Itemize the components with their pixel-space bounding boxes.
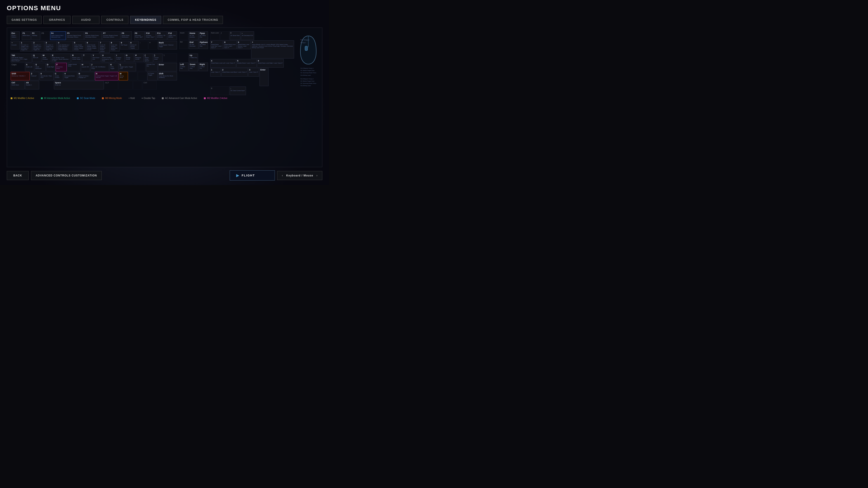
key-k[interactable]: K VTOL Toggle — [110, 63, 119, 71]
key-home[interactable]: Home AC Def Increase — [189, 31, 198, 40]
key-f12[interactable]: F12 Toggle Chat Window — [167, 31, 177, 40]
key-comma[interactable] — [128, 72, 137, 80]
key-m[interactable]: M Mining Mode — [119, 72, 128, 80]
key-s[interactable]: S Strafe Backward — [35, 63, 46, 71]
key-lbracket[interactable]: ( Reject Invite / Ignore* — [144, 54, 153, 62]
key-f2[interactable]: F2 StarMap — [31, 31, 40, 40]
key-semicolon[interactable] — [136, 63, 145, 71]
key-f10[interactable]: F10 Increase Power / Max** — [145, 31, 156, 40]
key-minus[interactable]: - — [139, 41, 148, 50]
key-r[interactable]: R Reticle Lock / Unlock Target — [71, 54, 82, 62]
advanced-controls-button[interactable]: ADVANCED CONTROLS CUSTOMIZATION — [31, 171, 102, 180]
key-a[interactable]: A Strafe Left — [25, 63, 34, 71]
key-tab[interactable]: Tab Scan Mode Toggle / Scoreboard / F.A.… — [11, 54, 32, 62]
keyboard-prev-icon[interactable]: ‹ — [282, 174, 283, 177]
key-6[interactable]: 6 Cycle Friendly Targets / Reset Friendl… — [86, 41, 98, 52]
tab-audio[interactable]: AUDIO — [72, 16, 99, 24]
key-x[interactable]: X Spacebrake / Wipe Visor — [39, 72, 54, 80]
key-3[interactable]: 3 Pin Index 3 / Toggle Lock / Pin Index … — [45, 41, 57, 52]
keyboard-mouse-button[interactable]: ‹ Keyboard / Mouse › — [277, 171, 322, 180]
key-rshift[interactable]: Shift Cycle Mouse Aim Mode (HOMAS) — [158, 72, 177, 80]
key-num2[interactable]: 2 Shield Raise Level Back / Load / Save … — [221, 68, 248, 76]
key-0[interactable]: 0 Reticle All Pinned Targets — [129, 41, 138, 50]
key-e[interactable]: E Flight Reads / Cycle Selection / Reset… — [51, 54, 71, 62]
key-num-plus[interactable]: + Aspire Missile Lock S / Launch Missile… — [251, 40, 294, 59]
key-num5[interactable]: 5 Shields Reset / Load / Save 5* — [237, 59, 256, 68]
key-left[interactable]: Left X Offset Neg — [179, 63, 188, 71]
key-down[interactable]: Down Y Offset Neg — [189, 63, 198, 71]
key-f7[interactable]: F7 Increase Weapon Power (Decrease Other… — [102, 31, 120, 40]
key-q[interactable]: Q Roll Left — [32, 54, 41, 62]
key-5[interactable]: 5 Cycle Hostile Targets / Reset Hostile … — [73, 41, 86, 52]
keyboard-next-icon[interactable]: › — [316, 174, 318, 177]
key-f3[interactable]: F3 — [41, 31, 50, 40]
key-pgdn[interactable]: Pgdown AC Offset Neg — [199, 40, 208, 49]
key-l[interactable]: L Toggle Lights / Toggle Lock — [119, 63, 136, 71]
key-4[interactable]: 4 Cycle AfterBurner / Cycle Selection / … — [57, 41, 73, 52]
key-f9[interactable]: F9 Decrease Power / Min** — [134, 31, 145, 40]
key-rwin[interactable] — [119, 81, 133, 90]
key-backtick[interactable]: ~ Console — [11, 41, 20, 50]
key-num1[interactable]: 1 Load / Save 1* — [210, 68, 221, 76]
key-rbracket[interactable]: ) Accept Invite — [153, 54, 162, 62]
key-f6[interactable]: F6 Increase Shield Power (Decrease Other… — [84, 31, 102, 40]
key-end[interactable]: End AC Def Decrease — [189, 40, 198, 49]
key-f11[interactable]: F11 Contacts / 3D UI Cursor — [156, 31, 167, 40]
key-right[interactable]: Right X Offset Pos — [199, 63, 208, 71]
key-num9[interactable]: 9 Shield Raise Level Buttop / Load / Sav… — [237, 40, 251, 49]
key-t[interactable]: T — [82, 54, 91, 62]
key-g[interactable]: Toggle Gimbal Mode — [67, 63, 81, 71]
key-equals[interactable]: = — [149, 41, 158, 50]
key-lalt[interactable]: Alt Modifier 1 — [25, 81, 39, 90]
key-num-slash[interactable]: / — [220, 31, 229, 40]
key-enter[interactable]: Enter — [158, 63, 177, 71]
key-space[interactable]: Space Strafe Up — [54, 81, 104, 90]
tab-graphics[interactable]: GRAPHICS — [43, 16, 70, 24]
key-esc[interactable]: Esc Pause / Options — [11, 31, 20, 40]
key-b[interactable]: B Speed GT Drive / Engage GT* — [78, 72, 94, 80]
key-num-minus[interactable]: - AC Decrease FOV — [241, 31, 254, 40]
key-7[interactable]: 7 Cycle All Targets / Reset All Targets … — [99, 41, 110, 53]
tab-game-settings[interactable]: GAME SETTINGS — [7, 16, 41, 24]
tab-controls[interactable]: CONTROLS — [101, 16, 128, 24]
key-num-enter[interactable]: Enter — [259, 68, 269, 86]
key-num7[interactable]: 7 Shield Raise Level Top / Load / Save 2… — [210, 40, 223, 49]
key-num8[interactable]: 8 Shield Raise Level Front / Load / Save… — [223, 40, 237, 49]
key-f1[interactable]: F1 Mobil-Glass — [22, 31, 31, 40]
key-pgup[interactable]: Pgup AC Offset Pos — [199, 31, 208, 40]
key-2[interactable]: 2 Pin Index 2 / Toggle Lock / Pin Index … — [33, 41, 44, 52]
key-n[interactable]: N Landing Mode Toggle / Toggle / LM Atti… — [95, 72, 119, 80]
key-apostrophe[interactable]: Activate Chat Box — [146, 63, 158, 71]
key-f8[interactable]: F8 Reset Power Distribution — [121, 31, 132, 40]
key-num-dot[interactable]: . AC Clear Current Save* — [230, 87, 246, 95]
key-ralt[interactable]: ALT — [104, 81, 118, 90]
key-w[interactable]: W Strafe Forward — [42, 54, 51, 62]
key-lshift[interactable]: Shift Afterburner / Modifier 2 — [11, 72, 30, 80]
tab-keybindings[interactable]: KEYBINDINGS — [130, 16, 161, 24]
key-lctrl[interactable]: Ctrl Strafe Down — [11, 81, 25, 90]
key-y[interactable]: Y Eject Seat / Exit — [92, 54, 101, 62]
key-z[interactable]: Z Freelook* — [30, 72, 39, 80]
key-f5[interactable]: F5 Increase Engine Power (Decrease Other… — [66, 31, 84, 40]
key-insert[interactable]: Insert — [179, 31, 188, 40]
key-num0[interactable]: 0 — [210, 87, 229, 95]
key-h[interactable]: H Launch CM — [81, 63, 90, 71]
key-caps[interactable]: Caps — [11, 63, 25, 71]
key-slash[interactable]: AI Turrets Toggle — [147, 72, 158, 80]
back-button[interactable]: BACK — [7, 171, 29, 180]
key-lwin[interactable] — [39, 81, 54, 90]
key-num3[interactable]: 3 Load / Save 3* — [248, 68, 259, 76]
key-i[interactable]: I Engines On/Off — [116, 54, 125, 62]
key-up[interactable]: Up Y Offset Pos — [189, 54, 198, 62]
key-8[interactable]: 8 Cycle Sub-Targets / Reset Sub-Targets — [110, 41, 120, 52]
key-j[interactable]: J Cycle CM / All Affiliation Cargo — [90, 63, 109, 71]
key-menu[interactable] — [133, 81, 142, 90]
key-d[interactable]: D Strafe Right — [46, 63, 55, 71]
key-num-mul[interactable]: * AC Reset View — [230, 31, 241, 40]
key-backslash[interactable]: \ — [163, 54, 177, 62]
key-1[interactable]: 1 Pin Index 1 / Toggle Lock / Pin Index … — [20, 41, 32, 52]
key-delete[interactable]: Del — [179, 40, 188, 49]
key-period[interactable] — [138, 72, 147, 80]
key-o[interactable]: O Shields On/Off — [125, 54, 134, 62]
key-9[interactable]: 9 Roll Target — [120, 41, 129, 50]
